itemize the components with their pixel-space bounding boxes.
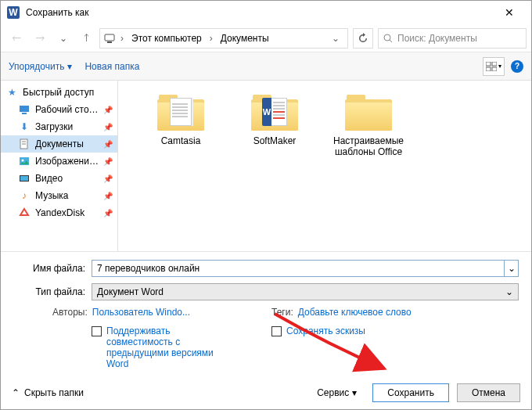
close-button[interactable]: ✕: [494, 1, 525, 24]
sidebar-item-music[interactable]: ♪ Музыка📌: [1, 187, 117, 204]
view-mode-button[interactable]: ▾: [483, 57, 505, 76]
search-placeholder: Поиск: Документы: [397, 33, 477, 44]
sidebar-item-video[interactable]: Видео📌: [1, 170, 117, 187]
svg-point-4: [384, 34, 390, 41]
folder-label: Camtasia: [161, 135, 201, 146]
word-app-icon: W: [7, 6, 20, 19]
svg-rect-8: [486, 67, 491, 71]
pin-icon: 📌: [103, 123, 113, 131]
pin-icon: 📌: [103, 140, 113, 149]
filetype-label: Тип файла:: [13, 286, 92, 297]
navbar: 🡐 🡒 ⌄ 🡑 › Этот компьютер › Документы ⌄ П…: [1, 24, 531, 52]
sidebar-item-quick-access[interactable]: ★ Быстрый доступ: [1, 84, 117, 101]
nav-up-button[interactable]: 🡑: [76, 28, 98, 49]
nav-back-button[interactable]: 🡐: [5, 28, 27, 49]
svg-rect-18: [20, 176, 28, 181]
pictures-icon: [18, 155, 31, 167]
chevron-down-icon: ▾: [352, 387, 357, 398]
svg-rect-3: [107, 41, 112, 43]
svg-rect-2: [105, 34, 114, 41]
authors-label: Авторы:: [52, 307, 88, 318]
svg-rect-9: [492, 67, 497, 71]
folder-item[interactable]: W SoftMaker: [235, 93, 314, 146]
breadcrumb[interactable]: › Этот компьютер › Документы ⌄: [99, 28, 348, 49]
pin-icon: 📌: [103, 209, 113, 218]
thumbs-label: Сохранять эскизы: [286, 325, 365, 336]
compat-label: Поддерживать совместимость с предыдущими…: [106, 325, 224, 369]
pin-icon: 📌: [103, 157, 113, 166]
sidebar: ★ Быстрый доступ Рабочий сто…📌 ⬇ Загрузк…: [1, 81, 118, 251]
folder-item[interactable]: Настраиваемые шаблоны Office: [329, 93, 408, 157]
star-icon: ★: [5, 86, 18, 99]
sidebar-item-downloads[interactable]: ⬇ Загрузки📌: [1, 118, 117, 135]
svg-rect-7: [492, 62, 497, 66]
help-icon[interactable]: ?: [511, 60, 523, 73]
chevron-right-icon: ›: [119, 33, 125, 44]
folder-icon: [156, 93, 206, 131]
thumbs-checkbox-row[interactable]: Сохранять эскизы: [271, 325, 365, 369]
folder-item[interactable]: Camtasia: [142, 93, 220, 146]
pc-icon: [103, 32, 116, 45]
chevron-down-icon: ▾: [67, 61, 72, 72]
yandex-icon: [18, 207, 31, 219]
pin-icon: 📌: [103, 106, 113, 114]
service-menu[interactable]: Сервис ▾: [317, 387, 357, 398]
folder-label: SoftMaker: [253, 135, 297, 146]
toolbar: Упорядочить ▾ Новая папка ▾ ?: [1, 52, 531, 81]
search-icon: [383, 34, 393, 43]
file-list: Camtasia W SoftMaker Настраиваемые шабло…: [118, 81, 531, 251]
content-area: ★ Быстрый доступ Рабочий сто…📌 ⬇ Загрузк…: [1, 81, 531, 251]
documents-icon: [18, 138, 31, 150]
svg-text:W: W: [9, 7, 18, 18]
filename-label: Имя файла:: [13, 263, 92, 274]
breadcrumb-pc[interactable]: Этот компьютер: [128, 31, 205, 45]
breadcrumb-docs[interactable]: Документы: [217, 31, 272, 45]
folder-label: Настраиваемые шаблоны Office: [329, 135, 408, 157]
video-icon: [18, 172, 31, 185]
search-input[interactable]: Поиск: Документы: [378, 28, 527, 49]
nav-recent-button[interactable]: ⌄: [52, 28, 74, 49]
downloads-icon: ⬇: [18, 120, 31, 133]
organize-button[interactable]: Упорядочить ▾: [9, 61, 72, 72]
checkbox-icon: [271, 326, 282, 336]
folder-icon: [343, 93, 394, 131]
tags-value[interactable]: Добавьте ключевое слово: [298, 307, 412, 318]
filename-dropdown[interactable]: ⌄: [505, 260, 519, 277]
svg-point-16: [22, 160, 24, 162]
filename-input[interactable]: [92, 260, 505, 277]
pin-icon: 📌: [103, 174, 113, 183]
footer: ⌃ Скрыть папки Сервис ▾ Сохранить Отмена: [1, 376, 531, 409]
tags-label: Теги:: [271, 307, 293, 318]
chevron-down-icon: ⌄: [505, 286, 513, 297]
sidebar-item-documents[interactable]: Документы📌: [1, 135, 117, 153]
pin-icon: 📌: [103, 192, 113, 200]
folder-icon: W: [250, 93, 300, 131]
svg-rect-11: [22, 113, 27, 114]
compat-checkbox-row[interactable]: Поддерживать совместимость с предыдущими…: [92, 325, 271, 369]
checkbox-icon: [92, 326, 102, 336]
window-title: Сохранить как: [26, 7, 494, 18]
hide-folders-button[interactable]: ⌃ Скрыть папки: [12, 387, 84, 398]
nav-forward-button[interactable]: 🡒: [29, 28, 51, 49]
chevron-up-icon: ⌃: [12, 387, 20, 398]
titlebar: W Сохранить как ✕: [1, 1, 531, 24]
breadcrumb-dropdown[interactable]: ⌄: [327, 33, 344, 44]
filetype-select[interactable]: Документ Word ⌄: [92, 283, 519, 300]
desktop-icon: [18, 103, 31, 116]
cancel-button[interactable]: Отмена: [457, 383, 520, 402]
new-folder-button[interactable]: Новая папка: [84, 61, 139, 72]
svg-rect-6: [486, 62, 491, 66]
sidebar-item-desktop[interactable]: Рабочий сто…📌: [1, 101, 117, 118]
svg-line-5: [390, 40, 392, 42]
authors-value[interactable]: Пользователь Windo...: [92, 307, 190, 318]
music-icon: ♪: [18, 189, 31, 202]
refresh-button[interactable]: [353, 28, 373, 49]
sidebar-item-yandex[interactable]: YandexDisk📌: [1, 204, 117, 221]
chevron-right-icon: ›: [208, 33, 214, 44]
save-form: Имя файла: ⌄ Тип файла: Документ Word ⌄ …: [1, 251, 531, 380]
sidebar-item-pictures[interactable]: Изображени…📌: [1, 153, 117, 170]
save-button[interactable]: Сохранить: [372, 383, 449, 402]
svg-rect-10: [20, 106, 29, 112]
